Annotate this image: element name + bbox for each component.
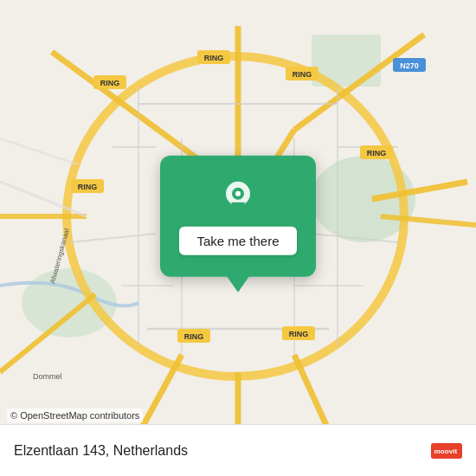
svg-text:RING: RING: [78, 183, 98, 191]
svg-text:RING: RING: [367, 149, 387, 158]
svg-text:RING: RING: [204, 54, 224, 62]
svg-point-52: [235, 190, 241, 196]
moovit-logo: moovit: [431, 435, 462, 466]
popup-bubble: Take me there: [160, 156, 316, 277]
address-label: Elzentlaan 143, Netherlands: [14, 443, 188, 459]
svg-text:RING: RING: [293, 70, 312, 79]
map-popup: Take me there: [160, 156, 316, 277]
bottom-bar: Elzentlaan 143, Netherlands moovit: [0, 424, 476, 476]
location-pin-icon: [219, 177, 257, 215]
moovit-logo-icon: moovit: [431, 435, 462, 466]
svg-text:moovit: moovit: [434, 447, 458, 455]
svg-text:RING: RING: [100, 79, 120, 87]
attribution: © OpenStreetMap contributors: [7, 408, 143, 422]
svg-text:N270: N270: [400, 61, 419, 70]
svg-text:Dommel: Dommel: [33, 372, 62, 381]
map-container: RING RING RING N270 RING RING RING RING …: [0, 0, 476, 476]
svg-text:RING: RING: [289, 330, 309, 338]
take-me-there-button[interactable]: Take me there: [179, 226, 296, 254]
svg-marker-53: [231, 202, 245, 215]
svg-text:RING: RING: [184, 332, 204, 341]
attribution-text: © OpenStreetMap contributors: [10, 410, 139, 421]
